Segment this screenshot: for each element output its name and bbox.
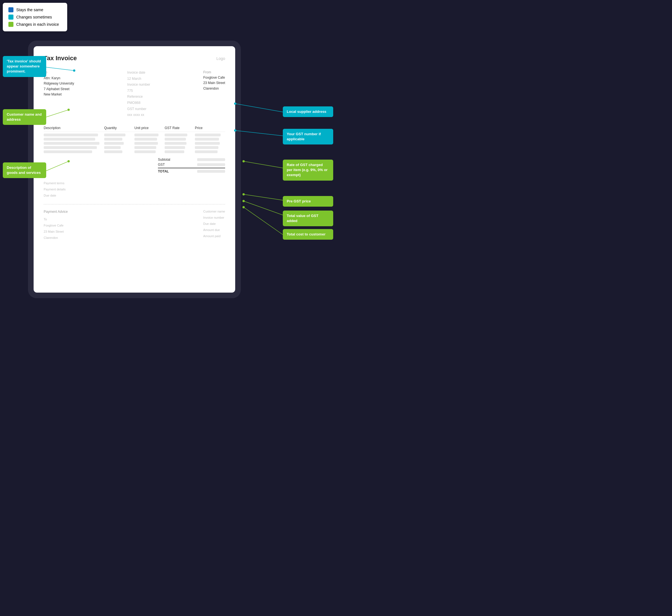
subtotal-value <box>197 158 225 161</box>
col-unit-price: Unit price <box>134 126 165 130</box>
svg-line-10 <box>244 161 283 168</box>
col-gst-rate: GST Rate <box>165 126 195 130</box>
svg-line-6 <box>235 104 283 112</box>
annotation-customer-name: Customer name and address <box>3 109 46 125</box>
subtotal-label: Subtotal <box>158 158 170 162</box>
invoice-number: 775 <box>127 88 150 94</box>
invoice-date-label: Invoice date <box>127 70 150 76</box>
invoice-details: To Attn: Karyn Ridgeway University 7 Alp… <box>44 70 225 118</box>
payment-terms: Payment terms <box>44 180 225 186</box>
legend-item-sometimes: Changes sometimes <box>8 15 62 20</box>
gst-value <box>197 163 225 166</box>
payment-advice: Payment Advice To Foxglove Cafe 23 Main … <box>44 204 225 241</box>
legend-item-changes: Changes in each invoice <box>8 22 62 27</box>
payment-due: Due date <box>44 192 225 199</box>
legend-label-sometimes: Changes sometimes <box>16 15 52 19</box>
annotation-total-cost: Total cost to customer <box>283 229 333 240</box>
customer-block: To Attn: Karyn Ridgeway University 7 Alp… <box>44 70 74 118</box>
pa-supplier-address2: Clarendon <box>44 235 68 241</box>
annotation-total-gst: Total value of GST added <box>283 211 333 226</box>
logo-placeholder: Logo <box>216 56 225 61</box>
pa-to-label: To <box>44 216 68 222</box>
annotation-gst-number: Your GST number if applicable <box>283 129 333 144</box>
legend-box: Stays the same Changes sometimes Changes… <box>3 3 67 31</box>
invoice-number-label: Invoice number <box>127 82 150 88</box>
gst-number-value: xxx xxxx xx <box>127 112 150 118</box>
customer-name: Attn: Karyn <box>44 76 74 81</box>
annotation-tax-invoice: 'Tax invoice' should appear somewhere pr… <box>3 56 46 77</box>
legend-label-stays: Stays the same <box>16 8 43 12</box>
pa-amount-due: Amount due <box>203 227 225 233</box>
gst-label: GST <box>158 163 165 167</box>
gst-row: GST <box>158 163 225 167</box>
svg-point-11 <box>242 160 245 162</box>
svg-line-8 <box>235 130 283 136</box>
col-description: Description <box>44 126 104 130</box>
annotation-pre-gst: Pre GST price <box>283 196 333 207</box>
gst-number-label: GST number <box>127 106 150 112</box>
supplier-from-label: From <box>203 70 225 75</box>
payment-advice-right: Customer name Invoice number Due date Am… <box>203 208 225 241</box>
annotation-description: Description of goods and services <box>3 162 46 178</box>
invoice-title: Tax Invoice <box>44 55 77 62</box>
tablet-frame: Tax Invoice Logo To Attn: Karyn Ridgeway… <box>28 41 241 298</box>
supplier-address1: 23 Main Street <box>203 80 225 86</box>
payment-advice-title: Payment Advice <box>44 208 68 215</box>
svg-point-13 <box>242 193 245 195</box>
total-row: TOTAL <box>158 169 225 173</box>
supplier-block: From Foxglove Cafe 23 Main Street Claren… <box>203 70 225 118</box>
legend-swatch-blue <box>8 7 13 12</box>
pa-invoice-number: Invoice number <box>203 214 225 221</box>
annotation-gst-rate: Rate of GST charged per item (e.g. 9%, 0… <box>283 160 333 181</box>
svg-line-14 <box>244 201 283 215</box>
total-divider <box>158 168 225 168</box>
table-row <box>44 134 225 136</box>
payment-section: Payment terms Payment details Due date <box>44 180 225 199</box>
svg-line-16 <box>244 207 283 235</box>
legend-swatch-green <box>8 22 13 27</box>
supplier-name: Foxglove Cafe <box>203 75 225 80</box>
pa-due-date: Due date <box>203 221 225 227</box>
invoice-table: Description Quantity Unit price GST Rate… <box>44 126 225 153</box>
payment-details: Payment details <box>44 186 225 192</box>
pa-supplier-name: Foxglove Cafe <box>44 222 68 228</box>
customer-address1: 7 Alphabet Street <box>44 87 74 92</box>
table-row <box>44 146 225 149</box>
payment-advice-left: Payment Advice To Foxglove Cafe 23 Main … <box>44 208 68 241</box>
svg-point-15 <box>242 200 245 202</box>
reference-label: Reference <box>127 94 150 100</box>
pa-customer-name: Customer name <box>203 208 225 214</box>
subtotal-row: Subtotal <box>158 158 225 162</box>
total-label: TOTAL <box>158 169 169 173</box>
totals-section: Subtotal GST TOTAL <box>44 158 225 174</box>
legend-swatch-cyan <box>8 15 13 20</box>
svg-line-12 <box>244 194 283 200</box>
total-value <box>197 170 225 173</box>
customer-address2: New Market <box>44 92 74 97</box>
supplier-address2: Clarendon <box>203 86 225 91</box>
totals-block: Subtotal GST TOTAL <box>158 158 225 174</box>
invoice-header: Tax Invoice Logo <box>44 55 225 62</box>
customer-to-label: To <box>44 70 74 75</box>
meta-block: Invoice date 12 March Invoice number 775… <box>127 70 150 118</box>
annotation-local-supplier: Local supplier address <box>283 106 333 117</box>
col-quantity: Quantity <box>104 126 134 130</box>
table-row <box>44 138 225 141</box>
table-header: Description Quantity Unit price GST Rate… <box>44 126 225 132</box>
reference-value: PMO868 <box>127 100 150 106</box>
customer-company: Ridgeway University <box>44 81 74 86</box>
table-row <box>44 150 225 153</box>
table-row <box>44 142 225 145</box>
svg-point-17 <box>242 206 245 208</box>
legend-label-changes: Changes in each invoice <box>16 22 59 27</box>
legend-item-stays: Stays the same <box>8 7 62 12</box>
invoice-date: 12 March <box>127 76 150 82</box>
pa-amount-paid: Amount paid <box>203 233 225 239</box>
invoice-paper: Tax Invoice Logo To Attn: Karyn Ridgeway… <box>34 46 235 293</box>
pa-supplier-address1: 23 Main Street <box>44 228 68 235</box>
col-price: Price <box>195 126 225 130</box>
